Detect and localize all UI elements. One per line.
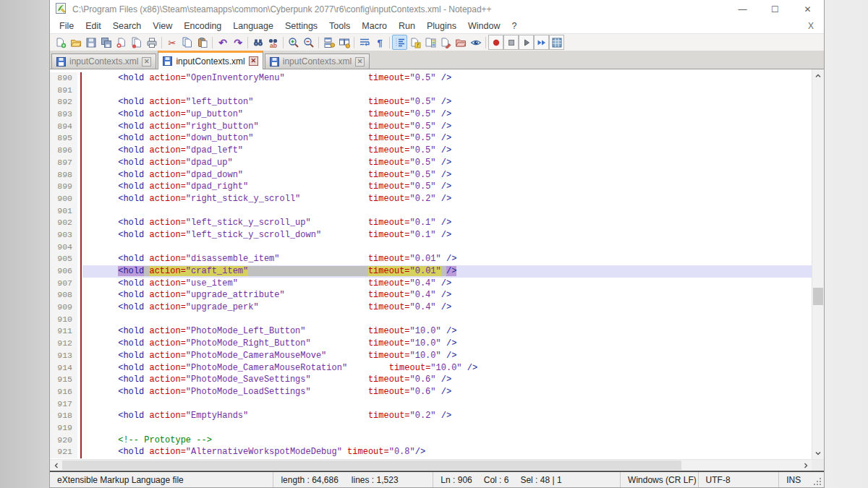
- code-line[interactable]: 913 <hold action="PhotoMode_CameraMouseM…: [50, 350, 812, 362]
- function-list-button[interactable]: f: [407, 35, 422, 50]
- macro-play-button[interactable]: [519, 35, 534, 50]
- line-number[interactable]: 912: [50, 338, 77, 350]
- code-line[interactable]: 903 <hold action="left_stick_y_scroll_do…: [50, 229, 812, 241]
- code-text[interactable]: <hold action="up_button" timeout="0.5" /…: [82, 108, 812, 121]
- code-text[interactable]: <hold action="right_stick_y_scroll" time…: [82, 193, 812, 205]
- code-line-current[interactable]: 906 <hold action="craft_item" timeout="0…: [50, 265, 812, 278]
- line-number[interactable]: 916: [50, 386, 77, 398]
- folder-as-workspace-button[interactable]: [453, 35, 468, 50]
- line-number[interactable]: 899: [50, 181, 77, 193]
- macro-stop-button[interactable]: [503, 35, 519, 50]
- tab-close-icon[interactable]: ✕: [142, 57, 151, 67]
- macro-record-button[interactable]: [488, 35, 503, 50]
- code-text[interactable]: <!-- Prototype -->: [82, 435, 812, 447]
- tab-1[interactable]: inputContexts.xml✕: [51, 53, 156, 69]
- bookmark-margin[interactable]: [77, 241, 82, 254]
- line-number[interactable]: 901: [50, 205, 77, 218]
- code-line[interactable]: 900 <hold action="right_stick_y_scroll" …: [50, 193, 812, 205]
- bookmark-margin[interactable]: [77, 350, 82, 362]
- vertical-scroll-thumb[interactable]: [813, 288, 823, 305]
- code-text[interactable]: <hold action="EmptyHands" timeout="0.2" …: [82, 410, 812, 422]
- line-number[interactable]: 897: [50, 157, 77, 169]
- code-line[interactable]: 914 <hold action="PhotoMode_CameraMouseR…: [50, 362, 812, 374]
- line-number[interactable]: 910: [50, 314, 77, 326]
- bookmark-margin[interactable]: [77, 121, 82, 133]
- tab-close-icon[interactable]: ✕: [355, 57, 365, 67]
- line-number[interactable]: 900: [50, 193, 77, 205]
- code-text[interactable]: [82, 314, 812, 326]
- code-text[interactable]: <hold action="PhotoMode_CameraMouseMove"…: [82, 350, 812, 362]
- code-line[interactable]: 901: [50, 205, 812, 218]
- horizontal-scroll-thumb[interactable]: [62, 461, 681, 470]
- code-line[interactable]: 905 <hold action="disassemble_item" time…: [50, 253, 812, 265]
- code-text[interactable]: [82, 422, 812, 435]
- bookmark-margin[interactable]: [77, 374, 82, 386]
- bookmark-margin[interactable]: [77, 169, 82, 181]
- tab-close-icon[interactable]: ✕: [249, 56, 258, 66]
- save-all-button[interactable]: [98, 35, 114, 50]
- line-number[interactable]: 918: [50, 410, 77, 422]
- bookmark-margin[interactable]: [77, 386, 82, 398]
- code-text[interactable]: <hold action="PhotoMode_Right_Button" ti…: [82, 338, 812, 350]
- line-number[interactable]: 905: [50, 253, 77, 265]
- menu-item-file[interactable]: File: [54, 19, 80, 33]
- close-button[interactable]: [114, 35, 129, 50]
- code-line[interactable]: 921 <hold action="AlternativeWorkspotMod…: [50, 446, 812, 458]
- cut-button[interactable]: ✂: [164, 35, 179, 50]
- bookmark-margin[interactable]: [77, 96, 82, 108]
- line-number[interactable]: 898: [50, 169, 77, 181]
- bookmark-margin[interactable]: [77, 181, 82, 193]
- open-file-button[interactable]: [68, 35, 83, 50]
- code-line[interactable]: 895 <hold action="down_button" timeout="…: [50, 132, 812, 145]
- sync-horizontal-scroll-button[interactable]: [336, 35, 352, 50]
- code-text[interactable]: [82, 85, 812, 97]
- code-line[interactable]: 899 <hold action="dpad_right" timeout="0…: [50, 181, 812, 193]
- code-line[interactable]: 897 <hold action="dpad_up" timeout="0.5"…: [50, 157, 812, 169]
- line-number[interactable]: 896: [50, 145, 77, 157]
- code-line[interactable]: 912 <hold action="PhotoMode_Right_Button…: [50, 338, 812, 350]
- line-number[interactable]: 903: [50, 229, 77, 241]
- menu-item-window[interactable]: Window: [462, 19, 506, 33]
- code-line[interactable]: 910: [50, 314, 812, 326]
- tab-3[interactable]: inputContexts.xml✕: [265, 53, 370, 69]
- menu-item-tools[interactable]: Tools: [323, 19, 356, 33]
- line-number[interactable]: 894: [50, 121, 77, 133]
- vertical-scrollbar[interactable]: [812, 69, 824, 459]
- code-line[interactable]: 911 <hold action="PhotoMode_Left_Button"…: [50, 325, 812, 338]
- code-line[interactable]: 915 <hold action="PhotoMode_SaveSettings…: [50, 374, 812, 386]
- code-text[interactable]: [82, 241, 812, 254]
- bookmark-margin[interactable]: [77, 157, 82, 169]
- line-number[interactable]: 921: [50, 446, 77, 458]
- code-line[interactable]: 890 <hold action="OpenInventoryMenu" tim…: [50, 72, 812, 85]
- maximize-button[interactable]: ☐: [759, 0, 791, 19]
- line-number[interactable]: 906: [50, 265, 77, 278]
- code-line[interactable]: 893 <hold action="up_button" timeout="0.…: [50, 108, 812, 121]
- print-button[interactable]: [144, 35, 159, 50]
- resize-grip[interactable]: [811, 472, 824, 487]
- code-line[interactable]: 902 <hold action="left_stick_y_scroll_up…: [50, 217, 812, 229]
- menu-item-run[interactable]: Run: [393, 19, 421, 33]
- bookmark-margin[interactable]: [77, 410, 82, 422]
- code-text[interactable]: <hold action="dpad_right" timeout="0.5" …: [82, 181, 812, 193]
- code-line[interactable]: 891: [50, 85, 812, 97]
- new-file-button[interactable]: [53, 35, 68, 50]
- code-text[interactable]: [82, 398, 812, 411]
- horizontal-scroll-track[interactable]: [62, 460, 799, 471]
- code-text[interactable]: <hold action="AlternativeWorkspotModeDeb…: [82, 446, 812, 458]
- bookmark-margin[interactable]: [77, 362, 82, 374]
- code-text[interactable]: <hold action="dpad_down" timeout="0.5" /…: [82, 169, 812, 181]
- redo-button[interactable]: ↷: [230, 35, 245, 50]
- bookmark-margin[interactable]: [77, 145, 82, 157]
- menu-item-macro[interactable]: Macro: [356, 19, 393, 33]
- horizontal-scrollbar[interactable]: [50, 459, 824, 471]
- menu-item-language[interactable]: Language: [227, 19, 279, 33]
- bookmark-margin[interactable]: [77, 217, 82, 229]
- find-button[interactable]: [250, 35, 265, 50]
- code-text[interactable]: <hold action="upgrade_perk" timeout="0.4…: [82, 301, 812, 314]
- line-number[interactable]: 902: [50, 217, 77, 229]
- line-number[interactable]: 907: [50, 278, 77, 290]
- line-number[interactable]: 892: [50, 96, 77, 108]
- code-line[interactable]: 917: [50, 398, 812, 411]
- code-text[interactable]: <hold action="left_button" timeout="0.5"…: [82, 96, 812, 108]
- code-line[interactable]: 904: [50, 241, 812, 254]
